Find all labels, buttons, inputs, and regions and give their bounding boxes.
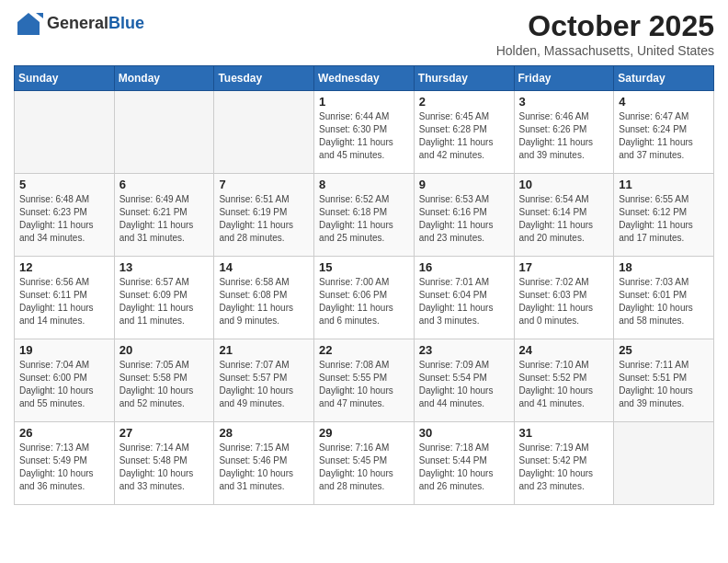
calendar-cell: 5Sunrise: 6:48 AM Sunset: 6:23 PM Daylig… [15, 174, 115, 257]
calendar-table: SundayMondayTuesdayWednesdayThursdayFrid… [14, 65, 714, 505]
day-info: Sunrise: 6:51 AM Sunset: 6:19 PM Dayligh… [219, 193, 309, 245]
logo: GeneralBlue [14, 9, 144, 39]
calendar-cell: 22Sunrise: 7:08 AM Sunset: 5:55 PM Dayli… [314, 339, 415, 422]
day-number: 31 [519, 426, 609, 440]
calendar-cell: 3Sunrise: 6:46 AM Sunset: 6:26 PM Daylig… [514, 91, 614, 174]
logo-text: GeneralBlue [47, 14, 144, 32]
day-info: Sunrise: 6:44 AM Sunset: 6:30 PM Dayligh… [319, 110, 409, 162]
calendar-cell: 1Sunrise: 6:44 AM Sunset: 6:30 PM Daylig… [314, 91, 415, 174]
week-row-4: 19Sunrise: 7:04 AM Sunset: 6:00 PM Dayli… [15, 339, 714, 422]
calendar-cell: 16Sunrise: 7:01 AM Sunset: 6:04 PM Dayli… [414, 257, 514, 339]
month-title: October 2025 [496, 9, 714, 43]
weekday-header-monday: Monday [114, 66, 214, 91]
calendar-cell: 6Sunrise: 6:49 AM Sunset: 6:21 PM Daylig… [114, 174, 214, 257]
calendar-cell: 20Sunrise: 7:05 AM Sunset: 5:58 PM Dayli… [114, 339, 214, 422]
day-info: Sunrise: 6:46 AM Sunset: 6:26 PM Dayligh… [519, 110, 609, 162]
day-info: Sunrise: 7:00 AM Sunset: 6:06 PM Dayligh… [319, 276, 409, 327]
svg-marker-0 [17, 13, 40, 35]
day-number: 25 [619, 343, 709, 357]
calendar-cell: 29Sunrise: 7:16 AM Sunset: 5:45 PM Dayli… [314, 422, 415, 505]
day-info: Sunrise: 6:52 AM Sunset: 6:18 PM Dayligh… [319, 193, 409, 245]
calendar-cell: 2Sunrise: 6:45 AM Sunset: 6:28 PM Daylig… [414, 91, 514, 174]
calendar-cell: 30Sunrise: 7:18 AM Sunset: 5:44 PM Dayli… [414, 422, 514, 505]
calendar-cell: 11Sunrise: 6:55 AM Sunset: 6:12 PM Dayli… [614, 174, 714, 257]
svg-marker-1 [36, 13, 43, 18]
day-info: Sunrise: 7:07 AM Sunset: 5:57 PM Dayligh… [219, 359, 309, 410]
calendar-cell: 25Sunrise: 7:11 AM Sunset: 5:51 PM Dayli… [614, 339, 714, 422]
location: Holden, Massachusetts, United States [496, 43, 714, 58]
day-number: 21 [219, 343, 309, 357]
day-info: Sunrise: 7:13 AM Sunset: 5:49 PM Dayligh… [19, 442, 109, 493]
weekday-header-saturday: Saturday [614, 66, 714, 91]
calendar-cell: 14Sunrise: 6:58 AM Sunset: 6:08 PM Dayli… [214, 257, 314, 339]
logo-icon [14, 9, 43, 39]
calendar-cell: 8Sunrise: 6:52 AM Sunset: 6:18 PM Daylig… [314, 174, 415, 257]
day-number: 10 [519, 178, 609, 191]
day-info: Sunrise: 6:47 AM Sunset: 6:24 PM Dayligh… [619, 110, 709, 162]
calendar-cell: 23Sunrise: 7:09 AM Sunset: 5:54 PM Dayli… [414, 339, 514, 422]
calendar-cell [15, 91, 115, 174]
day-info: Sunrise: 7:09 AM Sunset: 5:54 PM Dayligh… [419, 359, 509, 410]
day-number: 6 [119, 178, 210, 191]
day-info: Sunrise: 7:02 AM Sunset: 6:03 PM Dayligh… [519, 276, 609, 327]
day-number: 7 [219, 178, 309, 191]
calendar-cell: 21Sunrise: 7:07 AM Sunset: 5:57 PM Dayli… [214, 339, 314, 422]
day-info: Sunrise: 6:49 AM Sunset: 6:21 PM Dayligh… [119, 193, 210, 245]
week-row-5: 26Sunrise: 7:13 AM Sunset: 5:49 PM Dayli… [15, 422, 714, 505]
day-info: Sunrise: 7:14 AM Sunset: 5:48 PM Dayligh… [119, 442, 210, 493]
day-number: 14 [219, 260, 309, 274]
weekday-header-sunday: Sunday [15, 66, 115, 91]
day-info: Sunrise: 7:19 AM Sunset: 5:42 PM Dayligh… [519, 442, 609, 493]
header: GeneralBlue October 2025 Holden, Massach… [14, 9, 714, 58]
day-number: 2 [419, 95, 509, 109]
day-number: 28 [219, 426, 309, 440]
calendar-cell: 4Sunrise: 6:47 AM Sunset: 6:24 PM Daylig… [614, 91, 714, 174]
day-info: Sunrise: 6:55 AM Sunset: 6:12 PM Dayligh… [619, 193, 709, 245]
weekday-header-row: SundayMondayTuesdayWednesdayThursdayFrid… [15, 66, 714, 91]
calendar-cell: 10Sunrise: 6:54 AM Sunset: 6:14 PM Dayli… [514, 174, 614, 257]
week-row-1: 1Sunrise: 6:44 AM Sunset: 6:30 PM Daylig… [15, 91, 714, 174]
calendar-cell: 27Sunrise: 7:14 AM Sunset: 5:48 PM Dayli… [114, 422, 214, 505]
day-number: 8 [319, 178, 409, 191]
weekday-header-friday: Friday [514, 66, 614, 91]
calendar-cell: 24Sunrise: 7:10 AM Sunset: 5:52 PM Dayli… [514, 339, 614, 422]
day-info: Sunrise: 7:04 AM Sunset: 6:00 PM Dayligh… [19, 359, 109, 410]
calendar-cell: 15Sunrise: 7:00 AM Sunset: 6:06 PM Dayli… [314, 257, 415, 339]
day-number: 18 [619, 260, 709, 274]
day-number: 15 [319, 260, 409, 274]
day-info: Sunrise: 7:05 AM Sunset: 5:58 PM Dayligh… [119, 359, 210, 410]
calendar-cell [114, 91, 214, 174]
calendar-container: GeneralBlue October 2025 Holden, Massach… [0, 0, 728, 514]
week-row-3: 12Sunrise: 6:56 AM Sunset: 6:11 PM Dayli… [15, 257, 714, 339]
day-info: Sunrise: 6:45 AM Sunset: 6:28 PM Dayligh… [419, 110, 509, 162]
calendar-cell [614, 422, 714, 505]
weekday-header-thursday: Thursday [414, 66, 514, 91]
day-info: Sunrise: 6:56 AM Sunset: 6:11 PM Dayligh… [19, 276, 109, 327]
day-number: 23 [419, 343, 509, 357]
day-number: 4 [619, 95, 709, 109]
day-number: 11 [619, 178, 709, 191]
calendar-cell: 7Sunrise: 6:51 AM Sunset: 6:19 PM Daylig… [214, 174, 314, 257]
day-number: 30 [419, 426, 509, 440]
day-number: 12 [19, 260, 109, 274]
day-number: 1 [319, 95, 409, 109]
calendar-cell: 19Sunrise: 7:04 AM Sunset: 6:00 PM Dayli… [15, 339, 115, 422]
calendar-cell: 26Sunrise: 7:13 AM Sunset: 5:49 PM Dayli… [15, 422, 115, 505]
day-info: Sunrise: 7:01 AM Sunset: 6:04 PM Dayligh… [419, 276, 509, 327]
day-info: Sunrise: 7:15 AM Sunset: 5:46 PM Dayligh… [219, 442, 309, 493]
day-info: Sunrise: 7:08 AM Sunset: 5:55 PM Dayligh… [319, 359, 409, 410]
calendar-cell: 9Sunrise: 6:53 AM Sunset: 6:16 PM Daylig… [414, 174, 514, 257]
day-number: 26 [19, 426, 109, 440]
calendar-cell: 12Sunrise: 6:56 AM Sunset: 6:11 PM Dayli… [15, 257, 115, 339]
day-info: Sunrise: 7:03 AM Sunset: 6:01 PM Dayligh… [619, 276, 709, 327]
day-number: 29 [319, 426, 409, 440]
day-number: 3 [519, 95, 609, 109]
weekday-header-tuesday: Tuesday [214, 66, 314, 91]
day-number: 27 [119, 426, 210, 440]
day-number: 19 [19, 343, 109, 357]
day-info: Sunrise: 7:18 AM Sunset: 5:44 PM Dayligh… [419, 442, 509, 493]
calendar-cell: 28Sunrise: 7:15 AM Sunset: 5:46 PM Dayli… [214, 422, 314, 505]
weekday-header-wednesday: Wednesday [314, 66, 415, 91]
day-info: Sunrise: 7:16 AM Sunset: 5:45 PM Dayligh… [319, 442, 409, 493]
day-info: Sunrise: 7:10 AM Sunset: 5:52 PM Dayligh… [519, 359, 609, 410]
